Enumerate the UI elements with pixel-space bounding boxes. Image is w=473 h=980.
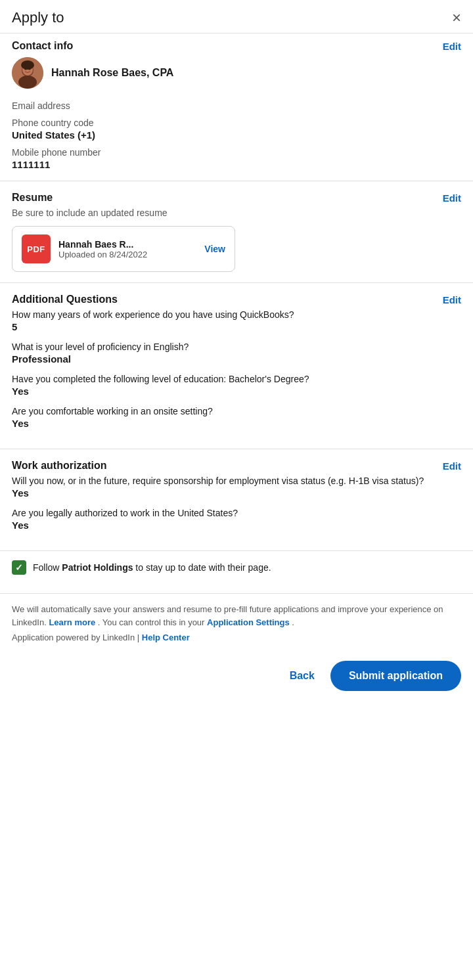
aq-answer-1: Professional — [12, 353, 461, 365]
phone-country-label: Phone country code — [12, 118, 461, 128]
pdf-upload-label: Uploaded on — [58, 250, 107, 259]
pdf-view-link[interactable]: View — [204, 244, 225, 254]
footer: Back Submit application — [0, 649, 473, 707]
aq-item-3: Are you comfortable working in an onsite… — [12, 406, 461, 429]
resume-section-header: Resume Edit — [12, 192, 461, 204]
phone-country-value: United States (+1) — [12, 129, 461, 141]
email-field-label: Email address — [12, 100, 461, 111]
additional-questions-edit-link[interactable]: Edit — [443, 294, 461, 305]
resume-title: Resume — [12, 192, 53, 204]
svg-point-2 — [18, 76, 37, 89]
aq-question-2: Have you completed the following level o… — [12, 374, 461, 384]
contact-info-title: Contact info — [12, 40, 73, 52]
user-row: Hannah Rose Baes, CPA — [12, 57, 461, 89]
mobile-label: Mobile phone number — [12, 147, 461, 158]
aq-answer-3: Yes — [12, 418, 461, 429]
close-button[interactable]: × — [452, 10, 461, 26]
header: Apply to × — [0, 0, 473, 33]
pdf-upload-date: Uploaded on 8/24/2022 — [58, 250, 196, 259]
contact-info-section: Contact info Edit Hannah Rose Baes, CPA — [0, 33, 473, 181]
auto-save-text: We will automatically save your answers … — [12, 603, 461, 629]
follow-company: Patriot Holdings — [62, 562, 133, 573]
additional-questions-section: Additional Questions Edit How many years… — [0, 283, 473, 449]
aq-item-1: What is your level of proficiency in Eng… — [12, 342, 461, 365]
mobile-value: 1111111 — [12, 159, 461, 170]
aq-item-2: Have you completed the following level o… — [12, 374, 461, 397]
info-section: We will automatically save your answers … — [0, 594, 473, 649]
avatar-placeholder — [12, 57, 43, 89]
additional-questions-header: Additional Questions Edit — [12, 294, 461, 305]
work-authorization-section: Work authorization Edit Will you now, or… — [0, 449, 473, 551]
pdf-icon: PDF — [22, 234, 51, 263]
pdf-date-value: 8/24/2022 — [109, 250, 147, 259]
work-authorization-edit-link[interactable]: Edit — [443, 460, 461, 472]
follow-checkbox[interactable] — [12, 560, 26, 575]
aq-item-0: How many years of work experience do you… — [12, 309, 461, 332]
submit-button[interactable]: Submit application — [330, 661, 461, 691]
follow-post-text: to stay up to date with their page. — [133, 562, 271, 573]
contact-info-header: Contact info Edit — [12, 33, 461, 57]
application-settings-link[interactable]: Application Settings — [207, 617, 290, 627]
aq-question-3: Are you comfortable working in an onsite… — [12, 406, 461, 416]
work-authorization-header: Work authorization Edit — [12, 460, 461, 472]
resume-edit-link[interactable]: Edit — [443, 192, 461, 204]
learn-more-link[interactable]: Learn more — [49, 617, 95, 627]
wa-question-1: Are you legally authorized to work in th… — [12, 508, 461, 518]
wa-item-1: Are you legally authorized to work in th… — [12, 508, 461, 531]
email-label: Email address — [12, 100, 461, 111]
powered-text: Application powered by LinkedIn | Help C… — [12, 633, 461, 642]
aq-answer-0: 5 — [12, 321, 461, 332]
aq-answer-2: Yes — [12, 386, 461, 397]
work-authorization-title: Work authorization — [12, 460, 107, 472]
follow-pre-text: Follow — [33, 562, 62, 573]
mobile-phone-field: Mobile phone number 1111111 — [12, 147, 461, 170]
svg-point-6 — [21, 60, 34, 70]
resume-note: Be sure to include an updated resume — [12, 208, 461, 218]
wa-answer-1: Yes — [12, 520, 461, 531]
follow-section: Follow Patriot Holdings to stay up to da… — [0, 551, 473, 594]
page-title: Apply to — [12, 9, 64, 26]
follow-row: Follow Patriot Holdings to stay up to da… — [12, 560, 461, 575]
wa-item-0: Will you now, or in the future, require … — [12, 476, 461, 499]
aq-question-0: How many years of work experience do you… — [12, 309, 461, 320]
pdf-info: Hannah Baes R... Uploaded on 8/24/2022 — [58, 239, 196, 259]
wa-question-0: Will you now, or in the future, require … — [12, 476, 461, 486]
pdf-filename: Hannah Baes R... — [58, 239, 196, 250]
wa-answer-0: Yes — [12, 487, 461, 499]
auto-save-text3: . — [292, 617, 294, 627]
pdf-card: PDF Hannah Baes R... Uploaded on 8/24/20… — [12, 226, 235, 272]
aq-question-1: What is your level of proficiency in Eng… — [12, 342, 461, 352]
powered-label: Application powered by LinkedIn | — [12, 633, 142, 642]
follow-text: Follow Patriot Holdings to stay up to da… — [33, 562, 271, 573]
avatar — [12, 57, 43, 89]
auto-save-text2: . You can control this in your — [98, 617, 207, 627]
phone-country-field: Phone country code United States (+1) — [12, 118, 461, 141]
resume-section: Resume Edit Be sure to include an update… — [0, 181, 473, 283]
help-center-link[interactable]: Help Center — [142, 633, 190, 642]
contact-info-edit-link[interactable]: Edit — [443, 41, 461, 52]
back-button[interactable]: Back — [290, 670, 315, 682]
additional-questions-title: Additional Questions — [12, 294, 118, 305]
user-name: Hannah Rose Baes, CPA — [51, 67, 173, 79]
